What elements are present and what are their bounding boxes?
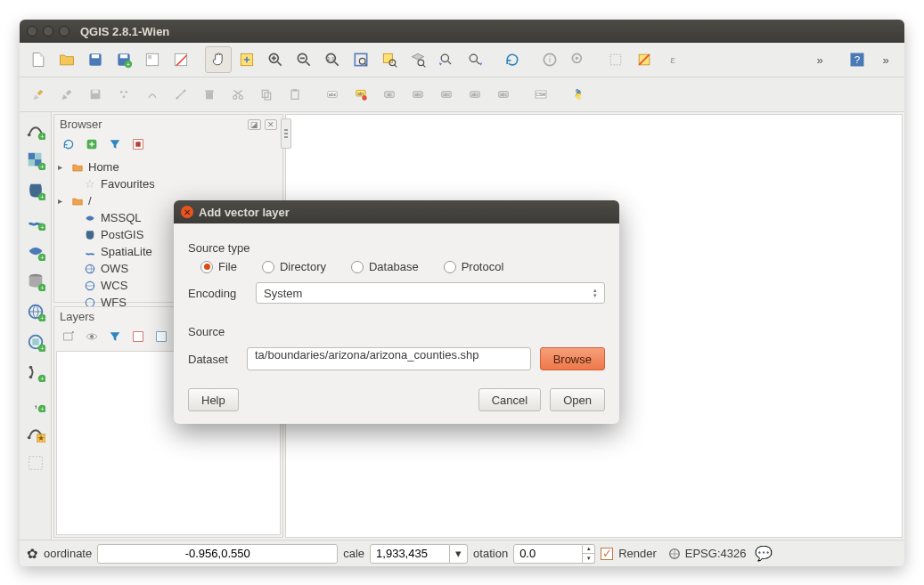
toolbar-overflow2-icon[interactable]: » (872, 46, 899, 73)
select-rect-button[interactable] (602, 46, 629, 73)
csw-button[interactable]: CSW (527, 81, 554, 108)
browser-filter-button[interactable] (106, 135, 124, 153)
scale-input[interactable] (370, 544, 450, 564)
window-maximize-button[interactable] (59, 26, 70, 37)
open-button[interactable]: Open (550, 388, 605, 411)
add-wcs-layer-button[interactable]: + (23, 329, 48, 354)
label-props-button[interactable]: abc (490, 81, 517, 108)
label-change-button[interactable]: abc (462, 81, 488, 108)
splitter-handle[interactable] (281, 118, 291, 149)
save-layer-edits-button[interactable] (82, 81, 109, 108)
help-button-dialog[interactable]: Help (188, 388, 239, 411)
label-showhide-button[interactable]: ab (376, 81, 403, 108)
add-feature-button[interactable] (110, 81, 137, 108)
zoom-selection-button[interactable] (376, 46, 403, 73)
tree-item-favourites[interactable]: ☆Favourites (58, 175, 279, 192)
paste-features-button[interactable] (282, 81, 308, 108)
coordinate-input[interactable] (97, 544, 338, 564)
add-postgis-layer-button[interactable]: + (23, 178, 48, 203)
radio-file[interactable]: File (200, 260, 237, 273)
python-console-button[interactable] (565, 81, 592, 108)
add-spatialite-layer-button[interactable]: + (23, 208, 48, 233)
delete-selected-button[interactable] (196, 81, 223, 108)
help-button[interactable]: ? (844, 46, 871, 73)
rotation-input[interactable] (513, 544, 583, 564)
scale-dropdown-icon[interactable]: ▾ (450, 544, 468, 564)
browser-add-button[interactable] (83, 135, 101, 153)
labeling-button[interactable]: abc (319, 81, 346, 108)
rotation-down-icon[interactable]: ▾ (583, 554, 595, 564)
messages-icon[interactable]: 💬 (755, 545, 773, 562)
toggle-extents-icon[interactable]: ✿ (27, 546, 38, 562)
composer-manager-button[interactable] (168, 46, 194, 73)
zoom-in-button[interactable] (262, 46, 289, 73)
label-pin-button[interactable]: abc (348, 81, 374, 108)
dock-icon[interactable]: ◪ (248, 119, 261, 130)
browse-button[interactable]: Browse (540, 347, 605, 370)
layers-expr-button[interactable] (129, 328, 147, 345)
select-expr-button[interactable]: ε (659, 46, 686, 73)
save-as-button[interactable]: + (110, 46, 137, 73)
zoom-native-button[interactable]: 1:1 (319, 46, 346, 73)
zoom-last-button[interactable] (433, 46, 460, 73)
browser-collapse-button[interactable] (129, 135, 147, 153)
pan-to-selection-button[interactable] (233, 46, 260, 73)
identify-button[interactable]: i (536, 46, 563, 73)
rotation-up-icon[interactable]: ▴ (583, 544, 595, 554)
window-close-button[interactable] (27, 26, 37, 37)
tree-item-home[interactable]: ▸Home (58, 158, 279, 175)
layers-add-group-button[interactable] (60, 328, 78, 345)
deselect-button[interactable] (631, 46, 658, 73)
add-wfs-layer-button[interactable]: + (23, 360, 48, 385)
dataset-input[interactable]: ta/boundaries/arizona/arizona_counties.s… (247, 347, 531, 370)
radio-protocol[interactable]: Protocol (444, 260, 504, 273)
svg-text:abc: abc (329, 92, 337, 97)
new-project-button[interactable] (25, 46, 52, 73)
toolbar-overflow-icon[interactable]: » (806, 46, 833, 73)
layers-expand-button[interactable] (152, 328, 170, 345)
layers-visibility-button[interactable] (83, 328, 101, 345)
zoom-out-button[interactable] (290, 46, 317, 73)
close-panel-icon[interactable]: ✕ (265, 119, 277, 130)
svg-rect-3 (120, 54, 127, 58)
move-feature-button[interactable] (139, 81, 166, 108)
identify-results-button[interactable] (565, 46, 592, 73)
copy-features-button[interactable] (253, 81, 280, 108)
zoom-layer-button[interactable] (405, 46, 431, 73)
add-delimited-text-button[interactable]: ,+ (23, 390, 48, 415)
encoding-combo[interactable]: System ▴▾ (256, 282, 605, 304)
dialog-close-button[interactable]: ✕ (181, 206, 193, 218)
zoom-next-button[interactable] (462, 46, 488, 73)
statusbar: ✿ oordinate cale ▾ otation ▴ ▾ ✓ Render … (20, 540, 904, 566)
browser-refresh-button[interactable] (60, 135, 78, 153)
refresh-button[interactable] (499, 46, 526, 73)
add-mssql-layer-button[interactable]: + (23, 239, 48, 264)
render-checkbox[interactable]: ✓ (601, 548, 613, 560)
pan-tool[interactable] (205, 46, 232, 73)
svg-text:+: + (40, 223, 44, 231)
svg-text:ab: ab (387, 93, 392, 97)
radio-directory[interactable]: Directory (262, 260, 326, 273)
zoom-full-button[interactable] (348, 46, 374, 73)
new-shapefile-button[interactable]: ★ (23, 420, 48, 445)
open-project-button[interactable] (53, 46, 80, 73)
window-minimize-button[interactable] (43, 26, 53, 37)
edits-menu-button[interactable] (25, 81, 52, 108)
add-oracle-layer-button[interactable]: + (23, 269, 48, 294)
label-move-button[interactable]: abc (405, 81, 431, 108)
crs-button[interactable]: EPSG:4326 (667, 547, 747, 561)
svg-point-95 (27, 436, 30, 440)
cancel-button[interactable]: Cancel (478, 388, 541, 411)
layers-filter-button[interactable] (106, 328, 124, 345)
node-tool-button[interactable] (168, 81, 194, 108)
add-virtual-layer-button[interactable] (23, 451, 48, 475)
add-raster-layer-button[interactable]: + (23, 148, 48, 173)
cut-features-button[interactable] (225, 81, 251, 108)
add-vector-layer-button[interactable]: + (23, 118, 48, 142)
toggle-editing-button[interactable] (53, 81, 80, 108)
save-project-button[interactable] (82, 46, 109, 73)
add-wms-layer-button[interactable]: + (23, 299, 48, 324)
radio-database[interactable]: Database (351, 260, 419, 273)
label-rotate-button[interactable]: abc (433, 81, 460, 108)
new-composer-button[interactable] (139, 46, 166, 73)
